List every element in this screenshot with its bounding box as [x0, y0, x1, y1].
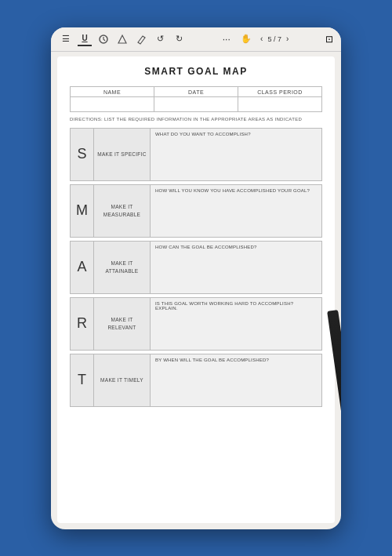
- smart-letter-a: A: [71, 242, 94, 293]
- smart-content-r[interactable]: IS THIS GOAL WORTH WORKING HARD TO ACCOM…: [151, 298, 321, 350]
- class-period-field[interactable]: CLASS PERIOD: [238, 87, 321, 111]
- smart-content-s[interactable]: WHAT DO YOU WANT TO ACCOMPLISH?: [151, 129, 321, 180]
- smart-letter-m: M: [71, 185, 94, 237]
- smart-question-m: HOW WILL YOU KNOW YOU HAVE ACCOMPLISHED …: [155, 188, 317, 193]
- smart-label-s: MAKE IT SPECIFIC: [94, 129, 151, 180]
- shapes-icon[interactable]: [115, 32, 129, 46]
- name-label: NAME: [71, 87, 154, 97]
- page-info: 5 / 7: [267, 35, 281, 43]
- name-value: [71, 97, 154, 111]
- svg-marker-1: [118, 35, 126, 43]
- smart-question-t: BY WHEN WILL THE GOAL BE ACCOMPLISHED?: [155, 358, 317, 362]
- class-period-value: [238, 97, 321, 111]
- smart-label-m: MAKE IT MEASURABLE: [94, 185, 151, 237]
- smart-row-t: T MAKE IT TIMELY BY WHEN WILL THE GOAL B…: [70, 354, 322, 407]
- smart-label-r: MAKE IT RELEVANT: [94, 298, 151, 350]
- smart-row-m: M MAKE IT MEASURABLE HOW WILL YOU KNOW Y…: [70, 184, 322, 238]
- smart-answer-s[interactable]: [155, 140, 317, 177]
- smart-answer-a[interactable]: [155, 253, 317, 290]
- smart-letter-t: T: [71, 354, 94, 406]
- nav-next[interactable]: ›: [286, 35, 289, 43]
- page-content: SMART GOAL MAP NAME DATE CLASS PERIOD DI…: [57, 56, 335, 523]
- undo-icon[interactable]: ↺: [153, 32, 167, 46]
- smart-row-a: A MAKE IT ATTAINABLE HOW CAN THE GOAL BE…: [70, 241, 322, 294]
- smart-answer-t[interactable]: [155, 365, 317, 403]
- toolbar: ☰ U ↺ ↻ ··· ✋ ‹ 5 / 7 › ⊡: [51, 27, 341, 52]
- smart-table: S MAKE IT SPECIFIC WHAT DO YOU WANT TO A…: [70, 128, 322, 407]
- pen-tool-icon[interactable]: [134, 32, 148, 46]
- toolbar-left: ☰ U ↺ ↻: [59, 32, 186, 46]
- toolbar-center: ··· ✋ ‹ 5 / 7 ›: [223, 34, 289, 45]
- class-period-label: CLASS PERIOD: [238, 87, 321, 97]
- smart-letter-r: R: [71, 298, 94, 350]
- date-value: [154, 97, 238, 111]
- redo-icon[interactable]: ↻: [172, 32, 186, 46]
- smart-content-m[interactable]: HOW WILL YOU KNOW YOU HAVE ACCOMPLISHED …: [151, 185, 321, 237]
- export-icon[interactable]: ⊡: [325, 34, 333, 45]
- hand-icon[interactable]: ✋: [241, 34, 252, 44]
- directions-text: DIRECTIONS: LIST THE REQUIRED INFORMATIO…: [70, 117, 322, 122]
- smart-content-a[interactable]: HOW CAN THE GOAL BE ACCOMPLISHED?: [151, 242, 321, 293]
- device: ☰ U ↺ ↻ ··· ✋ ‹ 5 / 7 › ⊡: [51, 27, 341, 529]
- brush-icon[interactable]: [96, 32, 111, 46]
- smart-question-a: HOW CAN THE GOAL BE ACCOMPLISHED?: [155, 245, 317, 249]
- smart-row-r: R MAKE IT RELEVANT IS THIS GOAL WORTH WO…: [70, 297, 322, 351]
- header-fields: NAME DATE CLASS PERIOD: [70, 86, 322, 112]
- nav-prev[interactable]: ‹: [260, 35, 263, 43]
- underline-icon[interactable]: U: [78, 32, 92, 46]
- date-label: DATE: [154, 87, 238, 97]
- smart-answer-r[interactable]: [155, 314, 317, 347]
- name-field[interactable]: NAME: [71, 87, 154, 111]
- toolbar-right: ⊡: [325, 34, 333, 45]
- smart-label-t: MAKE IT TIMELY: [94, 354, 151, 406]
- menu-icon[interactable]: ☰: [59, 32, 73, 46]
- date-field[interactable]: DATE: [154, 87, 238, 111]
- smart-content-t[interactable]: BY WHEN WILL THE GOAL BE ACCOMPLISHED?: [151, 354, 321, 406]
- smart-question-s: WHAT DO YOU WANT TO ACCOMPLISH?: [155, 132, 317, 136]
- more-icon[interactable]: ···: [223, 34, 230, 45]
- smart-question-r: IS THIS GOAL WORTH WORKING HARD TO ACCOM…: [155, 301, 317, 311]
- smart-label-a: MAKE IT ATTAINABLE: [94, 242, 151, 293]
- smart-letter-s: S: [71, 129, 94, 180]
- page-title: SMART GOAL MAP: [70, 66, 322, 77]
- smart-answer-m[interactable]: [155, 196, 317, 234]
- smart-row-s: S MAKE IT SPECIFIC WHAT DO YOU WANT TO A…: [70, 128, 322, 181]
